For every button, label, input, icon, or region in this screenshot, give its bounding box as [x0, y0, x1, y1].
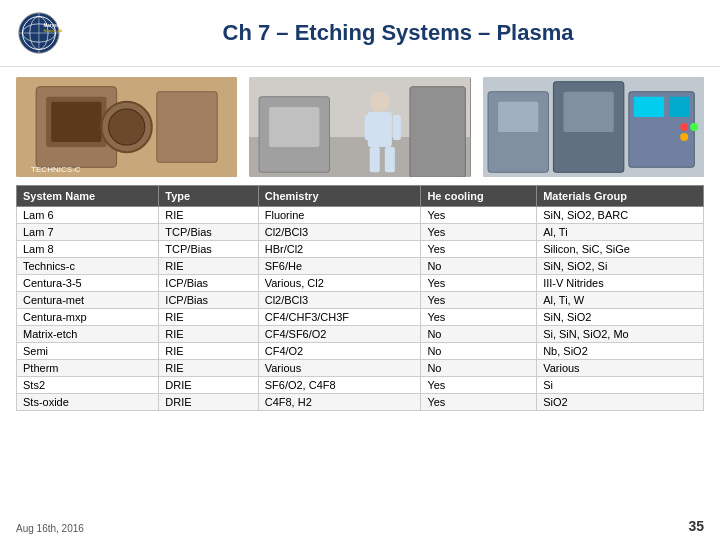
table-row: Sts-oxideDRIEC4F8, H2YesSiO2: [17, 394, 704, 411]
table-cell: No: [421, 326, 537, 343]
table-cell: SiO2: [537, 394, 704, 411]
svg-point-36: [690, 123, 698, 131]
table-cell: SiN, SiO2, Si: [537, 258, 704, 275]
page-title: Ch 7 – Etching Systems – Plasma: [92, 20, 704, 46]
table-cell: No: [421, 343, 537, 360]
table-cell: TCP/Bias: [159, 224, 258, 241]
svg-text:TECHNICS-C: TECHNICS-C: [31, 165, 81, 174]
table-cell: Yes: [421, 309, 537, 326]
svg-rect-23: [393, 115, 401, 140]
table-cell: CF4/SF6/O2: [258, 326, 421, 343]
table-cell: No: [421, 258, 537, 275]
table-row: Lam 6RIEFluorineYesSiN, SiO2, BARC: [17, 207, 704, 224]
table-cell: Various: [258, 360, 421, 377]
table-cell: RIE: [159, 258, 258, 275]
table-cell: SF6/O2, C4F8: [258, 377, 421, 394]
table-cell: C4F8, H2: [258, 394, 421, 411]
svg-rect-31: [563, 92, 613, 132]
table-cell: Yes: [421, 377, 537, 394]
table-cell: RIE: [159, 326, 258, 343]
table-cell: Yes: [421, 394, 537, 411]
table-cell: Yes: [421, 292, 537, 309]
table-cell: CF4/O2: [258, 343, 421, 360]
table-header-row: System Name Type Chemistry He cooling Ma…: [17, 186, 704, 207]
lab-image-1: TECHNICS-C: [16, 77, 237, 177]
table-cell: Yes: [421, 207, 537, 224]
table-cell: ICP/Bias: [159, 292, 258, 309]
table-row: Lam 7TCP/BiasCl2/BCl3YesAl, Ti: [17, 224, 704, 241]
table-cell: RIE: [159, 309, 258, 326]
images-row: TECHNICS-C: [0, 67, 720, 185]
systems-table: System Name Type Chemistry He cooling Ma…: [16, 185, 704, 411]
table-cell: Matrix-etch: [17, 326, 159, 343]
table-cell: HBr/Cl2: [258, 241, 421, 258]
table-cell: Cl2/BCl3: [258, 292, 421, 309]
footer: Aug 16th, 2016: [16, 523, 84, 534]
date-label: Aug 16th, 2016: [16, 523, 84, 534]
table-cell: Lam 7: [17, 224, 159, 241]
table-row: SemiRIECF4/O2NoNb, SiO2: [17, 343, 704, 360]
svg-text:Marvell: Marvell: [44, 23, 60, 28]
table-cell: Nb, SiO2: [537, 343, 704, 360]
table-row: Technics-cRIESF6/HeNoSiN, SiO2, Si: [17, 258, 704, 275]
table-cell: Fluorine: [258, 207, 421, 224]
table-cell: Al, Ti: [537, 224, 704, 241]
table-cell: Ptherm: [17, 360, 159, 377]
col-type: Type: [159, 186, 258, 207]
table-cell: Centura-met: [17, 292, 159, 309]
table-cell: III-V Nitrides: [537, 275, 704, 292]
table-cell: Yes: [421, 275, 537, 292]
table-cell: RIE: [159, 207, 258, 224]
svg-rect-29: [498, 102, 538, 132]
table-cell: Various: [537, 360, 704, 377]
table-cell: Yes: [421, 241, 537, 258]
table-cell: RIE: [159, 343, 258, 360]
table-cell: Silicon, SiC, SiGe: [537, 241, 704, 258]
table-cell: Centura-3-5: [17, 275, 159, 292]
table-cell: Si: [537, 377, 704, 394]
col-he-cooling: He cooling: [421, 186, 537, 207]
table-row: Centura-metICP/BiasCl2/BCl3YesAl, Ti, W: [17, 292, 704, 309]
table-cell: Yes: [421, 224, 537, 241]
table-cell: Sts-oxide: [17, 394, 159, 411]
svg-rect-11: [51, 102, 101, 142]
svg-rect-14: [157, 92, 217, 162]
table-cell: Al, Ti, W: [537, 292, 704, 309]
svg-point-20: [370, 92, 390, 112]
table-cell: Centura-mxp: [17, 309, 159, 326]
svg-point-35: [680, 123, 688, 131]
page-header: Marvell Nano.Lab Ch 7 – Etching Systems …: [0, 0, 720, 67]
page-number: 35: [688, 518, 704, 534]
svg-rect-26: [410, 87, 465, 177]
svg-text:Nano.Lab: Nano.Lab: [44, 28, 63, 33]
table-cell: CF4/CHF3/CH3F: [258, 309, 421, 326]
svg-rect-25: [385, 147, 395, 172]
table-row: Centura-mxpRIECF4/CHF3/CH3FYesSiN, SiO2: [17, 309, 704, 326]
svg-rect-33: [634, 97, 664, 117]
table-cell: DRIE: [159, 394, 258, 411]
table-cell: Lam 6: [17, 207, 159, 224]
table-cell: TCP/Bias: [159, 241, 258, 258]
table-cell: No: [421, 360, 537, 377]
table-cell: SiN, SiO2: [537, 309, 704, 326]
table-row: Matrix-etchRIECF4/SF6/O2NoSi, SiN, SiO2,…: [17, 326, 704, 343]
svg-rect-22: [365, 115, 373, 140]
table-cell: Semi: [17, 343, 159, 360]
table-cell: Sts2: [17, 377, 159, 394]
table-cell: Cl2/BCl3: [258, 224, 421, 241]
table-row: PthermRIEVariousNoVarious: [17, 360, 704, 377]
data-table-container: System Name Type Chemistry He cooling Ma…: [0, 185, 720, 411]
svg-rect-19: [269, 107, 319, 147]
col-chemistry: Chemistry: [258, 186, 421, 207]
table-cell: RIE: [159, 360, 258, 377]
lab-image-2: [249, 77, 470, 177]
col-system-name: System Name: [17, 186, 159, 207]
col-materials-group: Materials Group: [537, 186, 704, 207]
table-row: Sts2DRIESF6/O2, C4F8YesSi: [17, 377, 704, 394]
table-cell: Si, SiN, SiO2, Mo: [537, 326, 704, 343]
table-cell: DRIE: [159, 377, 258, 394]
table-cell: Technics-c: [17, 258, 159, 275]
table-row: Lam 8TCP/BiasHBr/Cl2YesSilicon, SiC, SiG…: [17, 241, 704, 258]
table-cell: SiN, SiO2, BARC: [537, 207, 704, 224]
table-cell: ICP/Bias: [159, 275, 258, 292]
